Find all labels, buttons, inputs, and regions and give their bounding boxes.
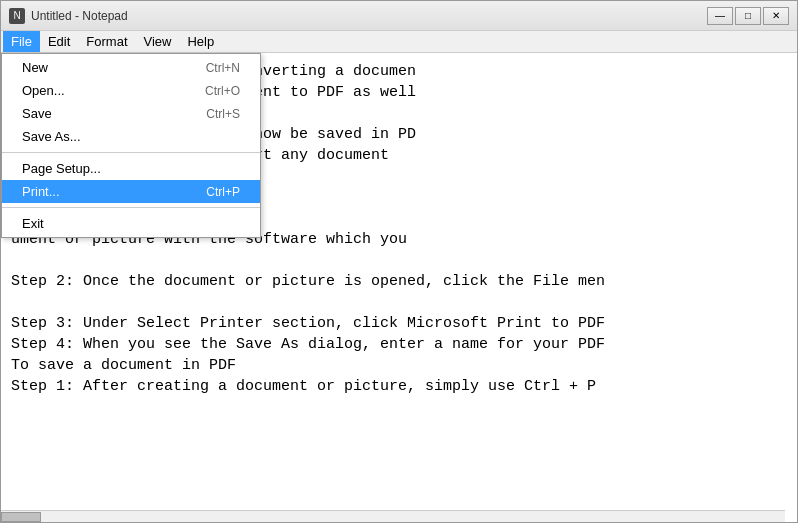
menu-item-help[interactable]: Help [179,31,222,52]
separator-2 [2,207,260,208]
menu-exit[interactable]: Exit [2,212,260,235]
horizontal-scrollbar[interactable] [1,510,785,522]
notepad-window: N Untitled - Notepad — □ ✕ File Edit For… [0,0,798,523]
menu-item-file[interactable]: File [3,31,40,52]
menu-open[interactable]: Open... Ctrl+O [2,79,260,102]
scrollbar-thumb[interactable] [1,512,41,522]
close-button[interactable]: ✕ [763,7,789,25]
menu-page-setup[interactable]: Page Setup... [2,157,260,180]
menu-item-format[interactable]: Format [78,31,135,52]
separator-1 [2,152,260,153]
file-menu: New Ctrl+N Open... Ctrl+O Save Ctrl+S Sa… [1,53,261,238]
window-title: Untitled - Notepad [31,9,701,23]
menu-item-edit[interactable]: Edit [40,31,78,52]
menu-item-view[interactable]: View [136,31,180,52]
title-bar: N Untitled - Notepad — □ ✕ [1,1,797,31]
file-dropdown: New Ctrl+N Open... Ctrl+O Save Ctrl+S Sa… [1,53,261,238]
app-icon: N [9,8,25,24]
menu-print[interactable]: Print... Ctrl+P [2,180,260,203]
minimize-button[interactable]: — [707,7,733,25]
window-controls: — □ ✕ [707,7,789,25]
menu-save[interactable]: Save Ctrl+S [2,102,260,125]
menu-save-as[interactable]: Save As... [2,125,260,148]
maximize-button[interactable]: □ [735,7,761,25]
menu-bar: File Edit Format View Help New Ctrl+N Op… [1,31,797,53]
menu-new[interactable]: New Ctrl+N [2,56,260,79]
